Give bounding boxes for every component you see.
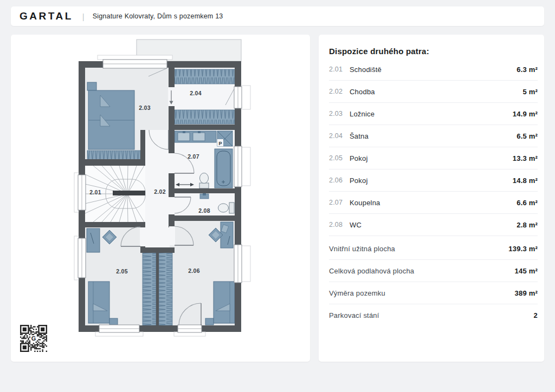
room-name: Ložnice	[350, 110, 513, 118]
summary-value: 145 m²	[515, 267, 538, 275]
room-name: Chodba	[350, 88, 522, 96]
room-name: Pokoj	[350, 177, 513, 185]
double-bed-icon	[88, 90, 134, 149]
desk-icon	[87, 228, 100, 252]
qr-code: G	[20, 325, 47, 352]
room-list: 2.01 Schodiště 6.3 m² 2.02 Chodba 5 m² 2…	[319, 58, 544, 236]
room-label-208: 2.08	[198, 207, 210, 214]
summary-label: Výměra pozemku	[329, 289, 515, 297]
summary-row-parking: Parkovací stání 2	[319, 304, 544, 326]
room-row-208: 2.08 WC 2.8 m²	[319, 214, 544, 236]
wardrobe-icon	[143, 253, 156, 325]
room-label-206: 2.06	[188, 267, 200, 274]
nightstand-icon	[205, 318, 214, 325]
section-divider	[329, 236, 538, 236]
panel-title: Dispozice druhého patra:	[329, 47, 534, 56]
room-row-205: 2.05 Pokoj 13.3 m²	[319, 147, 544, 169]
room-label-202: 2.02	[154, 188, 166, 195]
room-name: WC	[350, 221, 517, 229]
room-code: 2.05	[329, 154, 350, 162]
room-label-203: 2.03	[139, 104, 151, 111]
room-list-panel: Dispozice druhého patra: 2.01 Schodiště …	[319, 35, 544, 362]
room-area: 2.8 m²	[517, 221, 538, 229]
window-sill	[241, 246, 250, 282]
shower-mark: P	[218, 141, 222, 146]
toilet-icon	[199, 183, 209, 188]
nightstand-icon	[109, 318, 118, 325]
summary-label: Parkovací stání	[329, 311, 534, 319]
summary-label: Vnitřní užitná plocha	[329, 245, 508, 253]
stair-railing	[113, 191, 145, 195]
window-sill	[241, 147, 250, 186]
bedroom-furniture	[87, 82, 140, 161]
room-name: Šatna	[350, 132, 517, 140]
room-area: 6.5 m²	[517, 132, 538, 140]
top-header-bar: GARTAL | Signature Kolovraty, Dům s poze…	[11, 6, 544, 26]
window-sill	[98, 55, 172, 60]
room-code: 2.03	[329, 110, 350, 117]
clothes-rack-icon	[175, 110, 235, 124]
sink-icon	[178, 133, 190, 141]
summary-value: 139.3 m²	[508, 245, 538, 253]
summary-row-usable-area: Vnitřní užitná plocha 139.3 m²	[319, 238, 544, 259]
clothes-rack-icon	[175, 69, 235, 84]
window-sill	[241, 86, 250, 109]
room-area: 6.6 m²	[517, 199, 538, 207]
brand-logo: GARTAL	[20, 10, 73, 22]
room-name: Pokoj	[350, 154, 513, 162]
room-row-203: 2.03 Ložnice 14.9 m²	[319, 103, 544, 125]
room-area: 14.8 m²	[513, 177, 538, 185]
summary-row-total-floor-area: Celková podlahová plocha 145 m²	[319, 260, 544, 282]
header-separator: |	[82, 12, 85, 21]
floorplan-drawing: P	[11, 35, 310, 362]
nightstand-icon	[87, 82, 96, 90]
summary-list: Vnitřní užitná plocha 139.3 m² Celková p…	[319, 238, 544, 326]
room-label-205: 2.05	[116, 268, 128, 275]
floorplan-card: P	[11, 35, 310, 362]
room-name: Koupelna	[350, 199, 517, 207]
room-label-201: 2.01	[89, 189, 101, 195]
room-name: Schodiště	[350, 66, 517, 74]
room-code: 2.06	[329, 177, 350, 184]
sink-icon	[193, 133, 205, 141]
room-area: 6.3 m²	[517, 66, 538, 74]
summary-value: 389 m²	[515, 289, 538, 297]
wardrobe-icon	[159, 253, 172, 325]
summary-row-plot-area: Výměra pozemku 389 m²	[319, 282, 544, 304]
room-area: 14.9 m²	[513, 110, 538, 118]
summary-label: Celková podlahová plocha	[329, 267, 515, 275]
room-row-202: 2.02 Chodba 5 m²	[319, 81, 544, 102]
room-code: 2.07	[329, 199, 350, 206]
room-code: 2.02	[329, 88, 350, 95]
room-area: 13.3 m²	[513, 154, 538, 162]
bed-icon	[88, 282, 109, 323]
room-row-204: 2.04 Šatna 6.5 m²	[319, 125, 544, 147]
qr-letter: G	[31, 335, 36, 342]
page-subtitle: Signature Kolovraty, Dům s pozemkem 13	[93, 12, 223, 20]
room-row-206: 2.06 Pokoj 14.8 m²	[319, 169, 544, 191]
room-row-201: 2.01 Schodiště 6.3 m²	[319, 58, 544, 80]
room-area: 5 m²	[522, 88, 538, 96]
room-code: 2.04	[329, 132, 350, 140]
room-code: 2.01	[329, 66, 350, 73]
room-label-204: 2.04	[190, 90, 202, 96]
room-code: 2.08	[329, 221, 350, 228]
room-row-207: 2.07 Koupelna 6.6 m²	[319, 192, 544, 213]
bed-icon	[214, 282, 235, 323]
summary-value: 2	[534, 311, 538, 319]
toilet-icon	[229, 202, 234, 213]
room-label-207: 2.07	[188, 153, 199, 160]
